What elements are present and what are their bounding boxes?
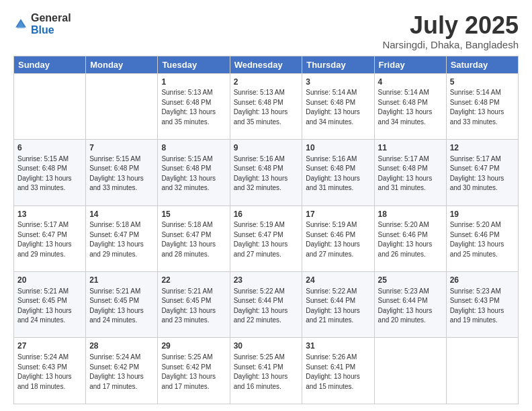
day-number: 18 [378,209,443,220]
header: General Blue July 2025 Narsingdi, Dhaka,… [13,12,519,50]
day-cell [86,73,158,139]
day-number: 22 [161,275,226,286]
day-info: Sunrise: 5:16 AM Sunset: 6:48 PM Dayligh… [306,154,370,193]
day-number: 15 [161,209,226,220]
day-info: Sunrise: 5:15 AM Sunset: 6:48 PM Dayligh… [17,154,82,193]
day-info: Sunrise: 5:17 AM Sunset: 6:47 PM Dayligh… [450,154,515,193]
day-cell: 12Sunrise: 5:17 AM Sunset: 6:47 PM Dayli… [446,140,518,205]
day-info: Sunrise: 5:24 AM Sunset: 6:42 PM Dayligh… [89,353,154,392]
day-info: Sunrise: 5:25 AM Sunset: 6:42 PM Dayligh… [161,353,226,392]
day-number: 26 [450,275,515,286]
day-cell: 2Sunrise: 5:13 AM Sunset: 6:48 PM Daylig… [230,73,302,139]
day-cell: 5Sunrise: 5:14 AM Sunset: 6:48 PM Daylig… [446,73,518,139]
day-number: 20 [17,275,82,286]
day-number: 2 [234,77,299,88]
day-cell: 3Sunrise: 5:14 AM Sunset: 6:48 PM Daylig… [302,73,374,139]
day-info: Sunrise: 5:20 AM Sunset: 6:46 PM Dayligh… [450,220,515,259]
day-number: 31 [306,340,370,352]
week-row-3: 13Sunrise: 5:17 AM Sunset: 6:47 PM Dayli… [14,205,519,271]
day-info: Sunrise: 5:19 AM Sunset: 6:47 PM Dayligh… [234,220,299,259]
day-info: Sunrise: 5:22 AM Sunset: 6:44 PM Dayligh… [234,287,299,326]
day-cell: 1Sunrise: 5:13 AM Sunset: 6:48 PM Daylig… [158,73,230,139]
page: General Blue July 2025 Narsingdi, Dhaka,… [0,0,532,411]
week-row-4: 20Sunrise: 5:21 AM Sunset: 6:45 PM Dayli… [14,272,519,338]
day-cell: 18Sunrise: 5:20 AM Sunset: 6:46 PM Dayli… [374,205,446,271]
day-info: Sunrise: 5:14 AM Sunset: 6:48 PM Dayligh… [378,88,443,127]
day-info: Sunrise: 5:25 AM Sunset: 6:41 PM Dayligh… [234,353,299,392]
day-cell: 7Sunrise: 5:15 AM Sunset: 6:48 PM Daylig… [86,140,158,205]
day-cell: 22Sunrise: 5:21 AM Sunset: 6:45 PM Dayli… [158,272,230,338]
day-info: Sunrise: 5:16 AM Sunset: 6:48 PM Dayligh… [234,154,299,193]
logo-general: General [31,12,71,24]
header-row: SundayMondayTuesdayWednesdayThursdayFrid… [14,56,519,73]
day-info: Sunrise: 5:26 AM Sunset: 6:41 PM Dayligh… [306,353,370,392]
day-info: Sunrise: 5:23 AM Sunset: 6:44 PM Dayligh… [378,287,443,326]
day-number: 24 [306,275,370,286]
day-number: 29 [161,340,226,352]
day-cell: 28Sunrise: 5:24 AM Sunset: 6:42 PM Dayli… [86,338,158,404]
day-number: 7 [89,142,154,154]
logo-icon [13,17,28,32]
day-number: 27 [17,340,82,352]
day-info: Sunrise: 5:22 AM Sunset: 6:44 PM Dayligh… [306,287,370,326]
day-number: 6 [17,142,82,154]
day-number: 8 [161,142,226,154]
day-info: Sunrise: 5:18 AM Sunset: 6:47 PM Dayligh… [161,220,226,259]
day-info: Sunrise: 5:14 AM Sunset: 6:48 PM Dayligh… [306,88,370,127]
week-row-2: 6Sunrise: 5:15 AM Sunset: 6:48 PM Daylig… [14,140,519,205]
day-cell: 20Sunrise: 5:21 AM Sunset: 6:45 PM Dayli… [14,272,86,338]
day-info: Sunrise: 5:24 AM Sunset: 6:43 PM Dayligh… [17,353,82,392]
day-cell: 27Sunrise: 5:24 AM Sunset: 6:43 PM Dayli… [14,338,86,404]
day-info: Sunrise: 5:15 AM Sunset: 6:48 PM Dayligh… [89,154,154,193]
day-number: 17 [306,209,370,220]
logo: General Blue [13,12,71,36]
day-number: 3 [306,77,370,88]
day-number: 14 [89,209,154,220]
day-number: 1 [161,77,226,88]
day-info: Sunrise: 5:13 AM Sunset: 6:48 PM Dayligh… [161,88,226,127]
day-cell: 30Sunrise: 5:25 AM Sunset: 6:41 PM Dayli… [230,338,302,404]
main-title: July 2025 [382,12,519,39]
day-cell: 10Sunrise: 5:16 AM Sunset: 6:48 PM Dayli… [302,140,374,205]
day-info: Sunrise: 5:13 AM Sunset: 6:48 PM Dayligh… [234,88,299,127]
day-cell: 25Sunrise: 5:23 AM Sunset: 6:44 PM Dayli… [374,272,446,338]
day-number: 25 [378,275,443,286]
day-info: Sunrise: 5:23 AM Sunset: 6:43 PM Dayligh… [450,287,515,326]
logo-blue: Blue [31,24,54,36]
day-cell: 15Sunrise: 5:18 AM Sunset: 6:47 PM Dayli… [158,205,230,271]
day-number: 10 [306,142,370,154]
day-cell: 31Sunrise: 5:26 AM Sunset: 6:41 PM Dayli… [302,338,374,404]
day-cell: 9Sunrise: 5:16 AM Sunset: 6:48 PM Daylig… [230,140,302,205]
col-header-thursday: Thursday [302,56,374,73]
day-cell: 13Sunrise: 5:17 AM Sunset: 6:47 PM Dayli… [14,205,86,271]
day-info: Sunrise: 5:14 AM Sunset: 6:48 PM Dayligh… [450,88,515,127]
day-cell: 4Sunrise: 5:14 AM Sunset: 6:48 PM Daylig… [374,73,446,139]
week-row-1: 1Sunrise: 5:13 AM Sunset: 6:48 PM Daylig… [14,73,519,139]
day-number: 23 [234,275,299,286]
day-number: 28 [89,340,154,352]
day-info: Sunrise: 5:20 AM Sunset: 6:46 PM Dayligh… [378,220,443,259]
day-cell: 29Sunrise: 5:25 AM Sunset: 6:42 PM Dayli… [158,338,230,404]
subtitle: Narsingdi, Dhaka, Bangladesh [382,39,519,50]
day-cell: 8Sunrise: 5:15 AM Sunset: 6:48 PM Daylig… [158,140,230,205]
day-number: 5 [450,77,515,88]
col-header-monday: Monday [86,56,158,73]
day-cell: 24Sunrise: 5:22 AM Sunset: 6:44 PM Dayli… [302,272,374,338]
col-header-friday: Friday [374,56,446,73]
calendar-table: SundayMondayTuesdayWednesdayThursdayFrid… [13,56,519,404]
day-info: Sunrise: 5:17 AM Sunset: 6:47 PM Dayligh… [17,220,82,259]
logo-text: General Blue [31,12,71,36]
day-cell: 14Sunrise: 5:18 AM Sunset: 6:47 PM Dayli… [86,205,158,271]
day-cell: 19Sunrise: 5:20 AM Sunset: 6:46 PM Dayli… [446,205,518,271]
day-number: 30 [234,340,299,352]
day-info: Sunrise: 5:15 AM Sunset: 6:48 PM Dayligh… [161,154,226,193]
day-number: 9 [234,142,299,154]
title-block: July 2025 Narsingdi, Dhaka, Bangladesh [382,12,519,50]
day-cell [14,73,86,139]
day-cell: 17Sunrise: 5:19 AM Sunset: 6:46 PM Dayli… [302,205,374,271]
day-cell: 23Sunrise: 5:22 AM Sunset: 6:44 PM Dayli… [230,272,302,338]
day-info: Sunrise: 5:18 AM Sunset: 6:47 PM Dayligh… [89,220,154,259]
col-header-wednesday: Wednesday [230,56,302,73]
day-info: Sunrise: 5:21 AM Sunset: 6:45 PM Dayligh… [17,287,82,326]
day-number: 12 [450,142,515,154]
